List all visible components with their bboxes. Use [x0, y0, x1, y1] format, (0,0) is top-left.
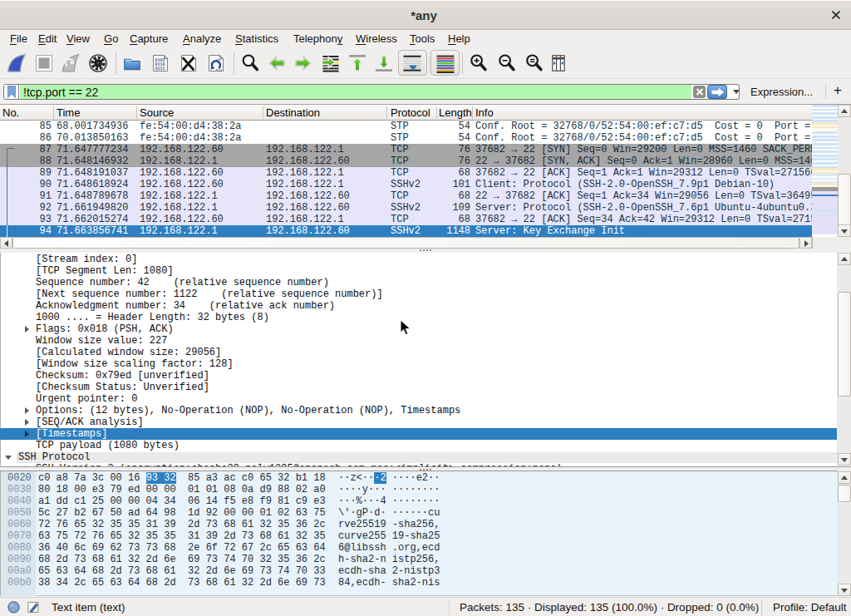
svg-text:0111: 0111 [155, 67, 165, 71]
